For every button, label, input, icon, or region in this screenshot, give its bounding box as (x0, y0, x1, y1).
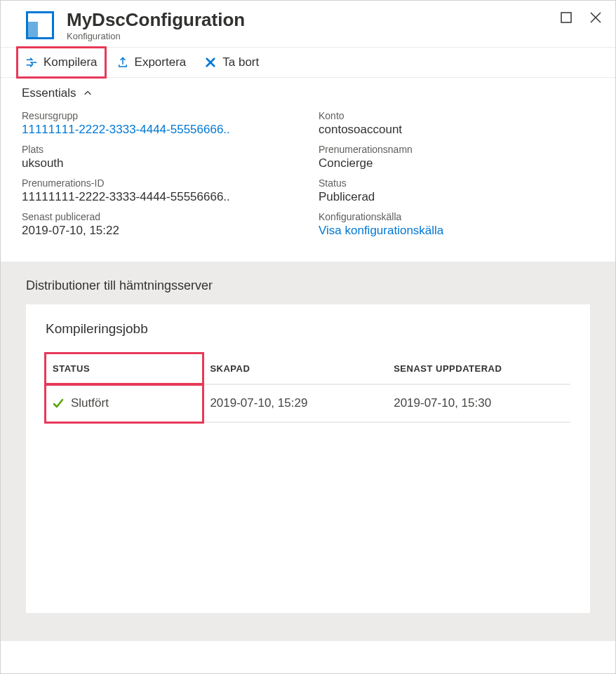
resource-group-label: Resursgrupp (22, 110, 297, 121)
compile-jobs-table: STATUS SKAPAD SENAST UPPDATERAD Slutfört (46, 353, 570, 423)
delete-icon (204, 56, 217, 69)
compile-jobs-card: Kompileringsjobb STATUS SKAPAD SENAST UP… (26, 304, 590, 613)
table-row[interactable]: Slutfört 2019-07-10, 15:29 2019-07-10, 1… (46, 384, 570, 422)
last-published-label: Senast publicerad (22, 211, 297, 222)
location-value: uksouth (22, 156, 297, 170)
toolbar: Kompilera Exportera Ta bort (1, 47, 615, 78)
last-published-value: 2019-07-10, 15:22 (22, 224, 297, 238)
section-title: Distributioner till hämtningsserver (26, 278, 590, 293)
column-header-status[interactable]: STATUS (46, 353, 203, 384)
compile-button[interactable]: Kompilera (18, 48, 105, 77)
column-header-created[interactable]: SKAPAD (203, 353, 387, 384)
config-source-link[interactable]: Visa konfigurationskälla (319, 224, 594, 238)
svg-rect-0 (561, 13, 571, 22)
essentials-toggle[interactable]: Essentials (22, 86, 594, 100)
row-status: Slutfört (71, 396, 109, 410)
resource-group-link[interactable]: 11111111-2222-3333-4444-55556666.. (22, 123, 297, 137)
configuration-icon (26, 11, 54, 39)
subscription-name-label: Prenumerationsnamn (319, 144, 594, 155)
card-title: Kompileringsjobb (46, 321, 570, 337)
page-title: MyDscConfiguration (67, 9, 245, 31)
account-value: contosoaccount (319, 123, 594, 137)
page-subtitle: Konfiguration (67, 31, 245, 41)
status-label: Status (319, 177, 594, 189)
restore-window-icon[interactable] (559, 11, 573, 25)
close-icon[interactable] (589, 11, 603, 25)
location-label: Plats (22, 144, 297, 155)
account-label: Konto (319, 110, 594, 121)
export-button[interactable]: Exportera (109, 48, 194, 77)
row-created: 2019-07-10, 15:29 (203, 384, 387, 422)
essentials-section: Essentials Resursgrupp 11111111-2222-333… (1, 78, 615, 262)
chevron-up-icon (83, 88, 93, 98)
row-updated: 2019-07-10, 15:30 (387, 384, 570, 422)
deployments-section: Distributioner till hämtningsserver Komp… (1, 262, 615, 641)
subscription-id-label: Prenumerations-ID (22, 177, 297, 189)
checkmark-icon (53, 398, 64, 409)
export-icon (116, 56, 129, 69)
config-source-label: Konfigurationskälla (319, 211, 594, 222)
subscription-name-value: Concierge (319, 156, 594, 170)
blade-header: MyDscConfiguration Konfiguration (1, 1, 615, 47)
status-value: Publicerad (319, 190, 594, 204)
delete-button[interactable]: Ta bort (197, 48, 266, 77)
subscription-id-value: 11111111-2222-3333-4444-55556666.. (22, 190, 297, 204)
column-header-updated[interactable]: SENAST UPPDATERAD (387, 353, 570, 384)
compile-icon (25, 56, 38, 69)
